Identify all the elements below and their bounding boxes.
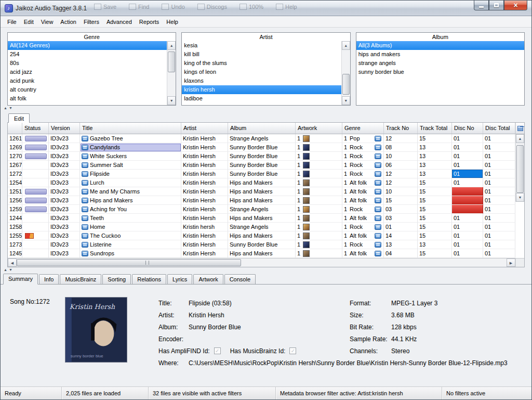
cell-track-total[interactable]: 15 xyxy=(418,187,452,196)
vertical-scrollbar[interactable] xyxy=(341,41,350,105)
cell-track-no[interactable]: 12 xyxy=(384,134,418,143)
cell-genre[interactable]: 1Alt folk xyxy=(342,214,384,223)
cell-row-number[interactable]: 1270 xyxy=(8,152,22,161)
cell-title[interactable]: Lurch xyxy=(80,178,181,187)
scrollbar-track[interactable] xyxy=(516,143,524,193)
cell-artist[interactable]: Kristin hersh xyxy=(181,223,228,231)
tab-summary[interactable]: Summary xyxy=(3,274,38,285)
cell-artist[interactable]: Kristin Hersh xyxy=(181,196,228,205)
cell-artist[interactable]: Kristin Hersh xyxy=(181,240,228,249)
cell-artwork[interactable]: 1 xyxy=(296,205,342,214)
cell-album[interactable]: Hips and Makers xyxy=(228,249,296,258)
tab-sorting[interactable]: Sorting xyxy=(102,274,131,284)
cell-status[interactable] xyxy=(22,178,49,187)
cell-row-number[interactable]: 1244 xyxy=(8,214,22,223)
cell-disc-no[interactable]: 01 xyxy=(452,223,483,231)
cell-disc-total[interactable]: 01 xyxy=(483,223,515,231)
cell-track-no[interactable]: 14 xyxy=(384,231,418,240)
scrollbar-thumb[interactable] xyxy=(168,51,175,72)
menu-item-help[interactable]: Help xyxy=(163,17,182,27)
cell-status[interactable] xyxy=(22,196,49,205)
list-item-genre[interactable]: alt country xyxy=(8,85,167,94)
cell-status[interactable] xyxy=(22,187,49,196)
cell-title[interactable]: Gazebo Tree xyxy=(80,134,181,143)
cell-title[interactable]: Aching for You xyxy=(80,205,181,214)
cell-status[interactable] xyxy=(22,143,49,152)
cell-status[interactable] xyxy=(22,240,49,249)
cell-row-number[interactable]: 1256 xyxy=(8,196,22,205)
cell-genre[interactable]: 1Rock xyxy=(342,223,384,231)
cell-title[interactable]: Listerine xyxy=(80,240,181,249)
column-header-version[interactable]: Version xyxy=(49,123,80,134)
cell-version[interactable]: ID3v23 xyxy=(49,205,80,214)
cell-artist[interactable]: Kristin Hersh xyxy=(181,214,228,223)
cell-row-number[interactable]: 1261 xyxy=(8,134,22,143)
scroll-down-button[interactable] xyxy=(342,96,350,105)
cell-status[interactable] xyxy=(22,134,49,143)
cell-status[interactable] xyxy=(22,214,49,223)
menu-item-view[interactable]: View xyxy=(37,17,57,27)
cell-status[interactable] xyxy=(22,205,49,214)
cell-album[interactable]: Strange Angels xyxy=(228,134,296,143)
cell-genre[interactable]: 1Alt folk xyxy=(342,187,384,196)
cell-disc-no[interactable]: 01 xyxy=(452,161,483,170)
column-config-button[interactable] xyxy=(515,123,524,134)
scroll-down-button[interactable] xyxy=(516,193,524,202)
menu-item-action[interactable]: Action xyxy=(57,17,80,27)
scrollbar-track[interactable] xyxy=(342,50,350,96)
cell-artwork[interactable]: 1 xyxy=(296,249,342,258)
cell-album[interactable]: Hips and Makers xyxy=(228,214,296,223)
cell-status[interactable] xyxy=(22,249,49,258)
cell-status[interactable] xyxy=(22,161,49,170)
tab-edit[interactable]: Edit xyxy=(8,113,30,123)
maximize-button[interactable] xyxy=(489,1,504,10)
cell-row-number[interactable]: 1269 xyxy=(8,143,22,152)
list-item-artist[interactable]: kesia xyxy=(182,41,341,50)
cell-row-number[interactable]: 1251 xyxy=(8,187,22,196)
cell-version[interactable]: ID3v23 xyxy=(49,143,80,152)
cell-version[interactable]: ID3v23 xyxy=(49,240,80,249)
column-header-status[interactable]: Status xyxy=(22,123,49,134)
cell-track-total[interactable]: 15 xyxy=(418,134,452,143)
minimize-button[interactable] xyxy=(474,1,489,10)
list-item-album[interactable]: hips and makers xyxy=(356,50,524,59)
cell-version[interactable]: ID3v23 xyxy=(49,161,80,170)
cell-genre[interactable]: 1Alt folk xyxy=(342,196,384,205)
cell-track-no[interactable]: 15 xyxy=(384,196,418,205)
cell-artist[interactable]: Kristin Hersh xyxy=(181,178,228,187)
cell-disc-total[interactable]: 01 xyxy=(483,161,515,170)
cell-artist[interactable]: Kristin Hersh xyxy=(181,231,228,240)
cell-disc-total[interactable]: 01 xyxy=(483,231,515,240)
scroll-down-button[interactable] xyxy=(167,96,176,105)
cell-disc-total[interactable]: 01 xyxy=(483,170,515,178)
cell-artwork[interactable]: 1 xyxy=(296,223,342,231)
cell-artist[interactable]: Kristin Hersh xyxy=(181,143,228,152)
cell-status[interactable] xyxy=(22,170,49,178)
cell-version[interactable]: ID3v23 xyxy=(49,170,80,178)
cell-disc-no[interactable]: 01 xyxy=(452,143,483,152)
hscroll-container[interactable] xyxy=(8,259,515,267)
column-header-disc-total[interactable]: Disc Total xyxy=(483,123,515,134)
cell-track-no[interactable]: 08 xyxy=(384,143,418,152)
cell-disc-no[interactable]: 01 xyxy=(452,178,483,187)
scroll-up-button[interactable] xyxy=(516,134,524,143)
cell-genre[interactable]: 1Alt folk xyxy=(342,249,384,258)
list-item-album[interactable]: sunny border blue xyxy=(356,68,524,76)
list-item-album[interactable]: All(3 Albums) xyxy=(356,41,524,50)
scrollbar-thumb[interactable] xyxy=(342,74,350,95)
list-item-genre[interactable]: 254 xyxy=(8,50,167,59)
cell-track-total[interactable]: 13 xyxy=(418,143,452,152)
column-header-track-total[interactable]: Track Total xyxy=(418,123,452,134)
vertical-scrollbar[interactable] xyxy=(167,41,176,105)
cell-artwork[interactable]: 1 xyxy=(296,178,342,187)
cell-album[interactable]: Hips and Makers xyxy=(228,187,296,196)
cell-artwork[interactable]: 1 xyxy=(296,152,342,161)
cell-genre[interactable]: 1Rock xyxy=(342,161,384,170)
cell-genre[interactable]: 1Rock xyxy=(342,240,384,249)
scrollbar-track[interactable] xyxy=(167,50,176,96)
cell-row-number[interactable]: 1258 xyxy=(8,223,22,231)
list-item-artist[interactable]: kristin hersh xyxy=(182,85,341,94)
cell-artwork[interactable]: 1 xyxy=(296,161,342,170)
list-item-artist[interactable]: klaxons xyxy=(182,76,341,85)
cell-disc-total[interactable]: 01 xyxy=(483,240,515,249)
